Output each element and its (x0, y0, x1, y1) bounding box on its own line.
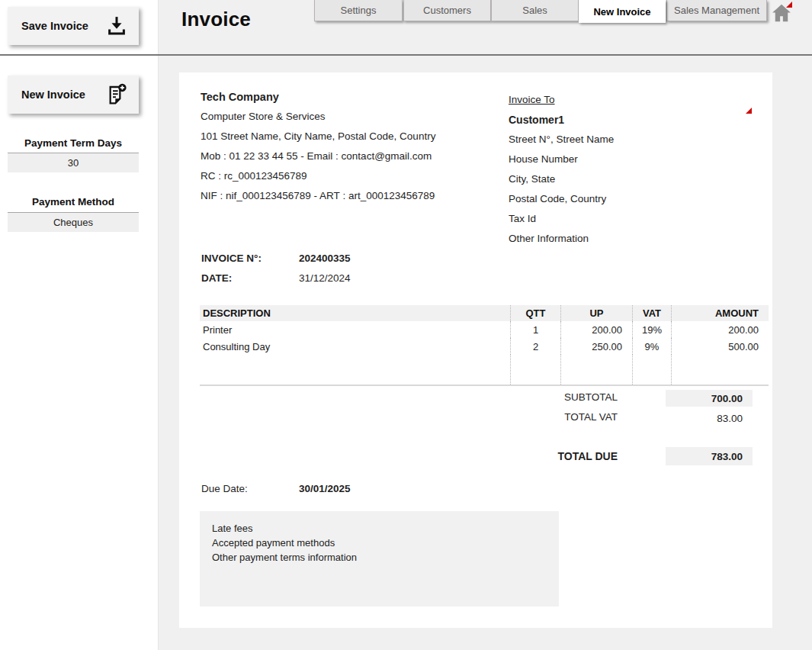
comment-marker-home (786, 2, 792, 8)
tab-sales[interactable]: Sales (491, 0, 579, 21)
new-invoice-button[interactable]: New Invoice (8, 76, 139, 114)
company-name: Tech Company (201, 87, 435, 107)
header-vat: VAT (633, 305, 672, 321)
note-line: Late fees (212, 521, 559, 536)
cell-description: Consulting Day (200, 338, 511, 355)
header-amount: AMOUNT (672, 305, 769, 321)
new-invoice-label: New Invoice (21, 88, 85, 101)
cell-up: 200.00 (561, 321, 633, 338)
subtotal-value: 700.00 (666, 390, 753, 407)
payment-method-label: Payment Method (8, 196, 139, 208)
customer-line: Tax Id (509, 209, 614, 229)
due-date-value: 30/01/2025 (299, 483, 351, 494)
payment-term-days-label: Payment Term Days (8, 137, 139, 149)
total-due-label: TOTAL DUE (465, 450, 618, 462)
save-invoice-label: Save Invoice (21, 20, 88, 32)
cell-up: 250.00 (561, 338, 633, 355)
cell-qtt: 1 (511, 321, 561, 338)
customer-line: City, State (509, 169, 614, 189)
invoice-sheet: Tech Company Computer Store & Services 1… (179, 72, 772, 628)
tab-customers[interactable]: Customers (403, 0, 491, 21)
company-line: Mob : 01 22 33 44 55 - Email : contact@g… (201, 146, 435, 166)
cell-qtt: 2 (511, 338, 561, 355)
company-block: Tech Company Computer Store & Services 1… (201, 87, 435, 206)
header-qtt: QTT (511, 305, 561, 321)
header-up: UP (561, 305, 633, 321)
tab-new-invoice[interactable]: New Invoice (579, 0, 666, 23)
sidebar: Save Invoice New Invoice Payment Term Da… (0, 0, 159, 650)
header-description: DESCRIPTION (200, 305, 511, 321)
invoice-number-label: INVOICE N°: (201, 253, 262, 264)
table-empty-row (200, 355, 769, 385)
customer-line: Postal Code, Country (509, 189, 614, 209)
cell-amount: 500.00 (672, 338, 769, 355)
cell-vat: 9% (633, 338, 672, 355)
invoice-date-label: DATE: (201, 272, 232, 284)
save-invoice-button[interactable]: Save Invoice (8, 7, 139, 45)
note-line: Accepted payment methods (212, 536, 559, 550)
header-divider (0, 54, 812, 56)
note-line: Other payment terms information (212, 550, 559, 565)
company-line: 101 Street Name, City Name, Postal Code,… (201, 127, 435, 146)
customer-line: Other Information (509, 229, 614, 249)
tab-settings[interactable]: Settings (314, 0, 403, 21)
payment-method-input[interactable]: Cheques (8, 212, 139, 232)
payment-terms-notes: Late fees Accepted payment methods Other… (200, 511, 559, 607)
invoice-number-value: 202400335 (299, 253, 351, 264)
bill-to-block: Invoice To Customer1 Street N°, Street N… (509, 90, 614, 249)
table-header-row: DESCRIPTION QTT UP VAT AMOUNT (200, 305, 769, 321)
page-title: Invoice (181, 8, 251, 31)
total-vat-value: 83.00 (666, 410, 753, 426)
subtotal-label: SUBTOTAL (465, 391, 618, 403)
cell-amount: 200.00 (672, 321, 769, 338)
company-line: RC : rc_000123456789 (201, 166, 435, 186)
invoice-date-value: 31/12/2024 (299, 272, 351, 284)
new-document-icon (104, 82, 128, 107)
customer-line: Street N°, Street Name (509, 130, 614, 150)
payment-term-days-input[interactable]: 30 (8, 153, 139, 172)
table-row: Consulting Day 2 250.00 9% 500.00 (200, 338, 769, 355)
cell-vat: 19% (633, 321, 672, 338)
comment-marker (746, 108, 752, 114)
line-items-table: DESCRIPTION QTT UP VAT AMOUNT Printer 1 … (200, 305, 769, 386)
home-icon[interactable] (770, 2, 793, 24)
due-date-label: Due Date: (201, 483, 248, 494)
tab-sales-management[interactable]: Sales Management (666, 0, 767, 21)
total-due-value: 783.00 (666, 447, 753, 465)
company-line: Computer Store & Services (201, 107, 435, 127)
invoice-to-heading: Invoice To (509, 90, 614, 110)
cell-description: Printer (200, 321, 511, 338)
download-icon (105, 14, 128, 37)
company-line: NIF : nif_000123456789 - ART : art_00012… (201, 186, 435, 206)
customer-name: Customer1 (509, 110, 614, 130)
total-vat-label: TOTAL VAT (465, 411, 618, 423)
table-row: Printer 1 200.00 19% 200.00 (200, 321, 769, 338)
customer-line: House Number (509, 150, 614, 169)
